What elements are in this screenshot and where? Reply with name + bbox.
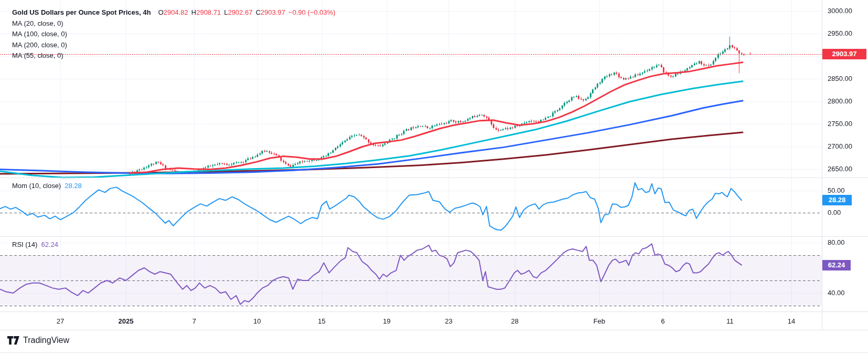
close-value: 2903.97 <box>261 8 285 16</box>
high-label: H <box>192 8 196 16</box>
tradingview-chart: 3000.002950.002850.002800.002750.002700.… <box>0 0 868 354</box>
symbol-title-row[interactable]: Gold US Dollars per Ounce Spot Prices, 4… <box>12 7 335 18</box>
momentum-name: Mom (10, close) <box>12 182 61 190</box>
high-value: 2908.71 <box>196 8 221 16</box>
close-label: C <box>256 8 260 16</box>
indicator-row-ma100[interactable]: MA (100, close, 0) <box>12 29 335 40</box>
open-value: 2904.82 <box>164 8 188 16</box>
legend: Gold US Dollars per Ounce Spot Prices, 4… <box>12 7 335 61</box>
indicator-row-ma20[interactable]: MA (20, close, 0) <box>12 18 335 29</box>
momentum-value-badge: 28.28 <box>822 195 852 205</box>
indicator-row-ma200[interactable]: MA (200, close, 0) <box>12 40 335 51</box>
time-axis[interactable] <box>0 311 868 330</box>
rsi-value-badge: 62.24 <box>822 260 851 270</box>
tradingview-logo-icon <box>7 336 19 345</box>
rsi-legend[interactable]: RSI (14)62.24 <box>12 241 58 248</box>
momentum-value: 28.28 <box>65 182 82 190</box>
open-label: O <box>158 8 163 16</box>
tradingview-branding[interactable]: TradingView <box>7 336 69 345</box>
indicator-row-ma55[interactable]: MA (55, close, 0) <box>12 50 335 61</box>
last-price-badge: 2903.97 <box>822 49 866 59</box>
symbol-title: Gold US Dollars per Ounce Spot Prices, 4… <box>12 8 151 16</box>
change-value: −0.90 (−0.03%) <box>289 8 336 16</box>
momentum-legend[interactable]: Mom (10, close)28.28 <box>12 182 82 190</box>
rsi-name: RSI (14) <box>12 241 37 248</box>
low-value: 2902.67 <box>228 8 252 16</box>
rsi-value: 62.24 <box>41 241 58 248</box>
ohlc-readout: O2904.82H2908.71L2902.67C2903.97−0.90 (−… <box>155 8 335 16</box>
tradingview-logo-text: TradingView <box>23 336 69 345</box>
